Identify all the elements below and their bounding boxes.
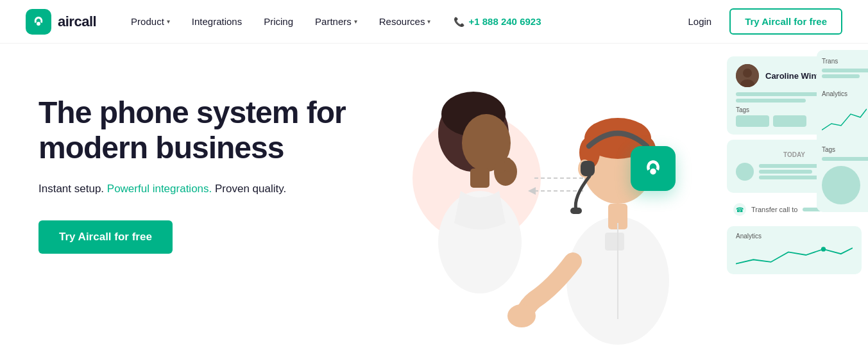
- hero-title: The phone system for modern business: [38, 95, 346, 165]
- chevron-down-icon-resources: ▾: [427, 18, 430, 25]
- svg-point-26: [507, 304, 536, 327]
- svg-point-29: [743, 69, 752, 78]
- nav-resources-label: Resources: [379, 16, 425, 27]
- analytics-label: Analytics: [736, 233, 853, 240]
- nav-product-label: Product: [131, 16, 164, 27]
- logo-icon: [26, 9, 51, 35]
- nav-phone-label: +1 888 240 6923: [468, 16, 541, 27]
- subtitle-highlight-integrations: Powerful integrations.: [107, 183, 212, 195]
- login-button[interactable]: Login: [680, 11, 719, 32]
- nav-pricing[interactable]: Pricing: [255, 11, 302, 32]
- analytics-label-right: Analytics: [822, 90, 868, 97]
- svg-point-31: [821, 247, 826, 251]
- chevron-down-icon: ▾: [167, 18, 170, 25]
- nav-phone[interactable]: 📞 +1 888 240 6923: [443, 11, 551, 32]
- tag-chip-2: [773, 115, 806, 127]
- right-line-1: [822, 69, 868, 72]
- subtitle-text: Instant setup.: [38, 183, 107, 195]
- svg-rect-21: [581, 161, 595, 176]
- svg-point-0: [37, 22, 40, 26]
- nav-partners[interactable]: Partners ▾: [306, 11, 366, 32]
- avatar: [736, 64, 759, 87]
- right-side-panel: Trans Analytics Tags: [817, 50, 868, 212]
- nav-integrations[interactable]: Integrations: [183, 11, 251, 32]
- svg-point-27: [650, 169, 656, 175]
- card-line-2: [736, 99, 806, 103]
- phone-icon: 📞: [454, 17, 464, 27]
- navbar: aircall Product ▾ Integrations Pricing P…: [0, 0, 868, 44]
- card-line-1: [736, 92, 830, 96]
- right-spacer2: [822, 136, 868, 146]
- chevron-down-icon-partners: ▾: [354, 18, 357, 25]
- try-aircall-nav-button[interactable]: Try Aircall for free: [729, 8, 842, 35]
- analytics-chart: [736, 242, 853, 268]
- people-illustration: [387, 44, 708, 358]
- today-avatar: [736, 163, 754, 181]
- subtitle-text2: Proven quality.: [212, 183, 286, 195]
- nav-right: Login Try Aircall for free: [680, 8, 842, 35]
- tag-chip-1: [736, 115, 769, 127]
- hero-subtitle: Instant setup. Powerful integrations. Pr…: [38, 181, 346, 197]
- nav-resources[interactable]: Resources ▾: [370, 11, 440, 32]
- transfer-label: Transfer call to: [751, 206, 797, 213]
- tags-label-right: Tags: [822, 146, 868, 153]
- right-circle: [822, 166, 860, 204]
- logo-wordmark: aircall: [58, 13, 96, 30]
- transfer-phone-icon: ☎: [733, 203, 746, 216]
- analytics-chart-right: [822, 101, 867, 133]
- hero-section: The phone system for modern business Ins…: [0, 44, 868, 362]
- illustration-wrap: Caroline Winter Tags TODAY: [387, 44, 868, 362]
- hero-content: The phone system for modern business Ins…: [38, 82, 346, 254]
- nav-partners-label: Partners: [315, 16, 352, 27]
- aircall-bubble: [631, 146, 676, 191]
- today-line-2: [759, 170, 812, 174]
- svg-rect-5: [470, 169, 489, 188]
- logo[interactable]: aircall: [26, 9, 96, 35]
- nav-links: Product ▾ Integrations Pricing Partners …: [122, 11, 680, 32]
- svg-rect-23: [570, 208, 582, 214]
- today-line-3: [759, 176, 823, 179]
- nav-integrations-label: Integrations: [192, 16, 242, 27]
- nav-product[interactable]: Product ▾: [122, 11, 179, 32]
- right-line-2: [822, 74, 860, 78]
- right-tags-line: [822, 157, 868, 161]
- svg-rect-9: [506, 158, 511, 172]
- analytics-card: Analytics: [727, 226, 862, 274]
- nav-pricing-label: Pricing: [264, 16, 293, 27]
- svg-rect-24: [605, 233, 624, 251]
- hero-cta-button[interactable]: Try Aircall for free: [38, 220, 173, 254]
- hero-illustration: Caroline Winter Tags TODAY: [387, 44, 868, 362]
- svg-rect-8: [500, 160, 505, 173]
- trans-label: Trans: [822, 58, 868, 65]
- right-spacer: [822, 80, 868, 90]
